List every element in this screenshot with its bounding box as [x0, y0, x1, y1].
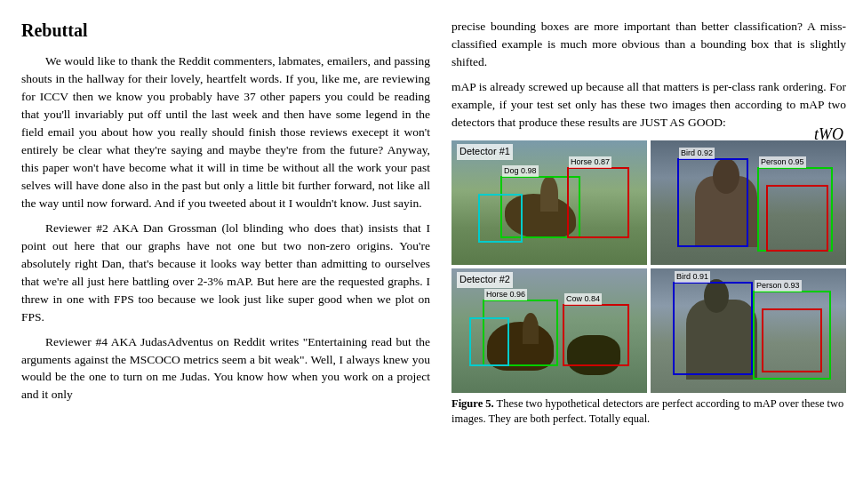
- left-paragraph-1: We would like to thank the Reddit commen…: [21, 52, 430, 212]
- detector2-label: Detector #2: [457, 272, 513, 288]
- right-column: tWO precise bounding boxes are more impo…: [451, 18, 846, 490]
- section-title: Rebuttal: [21, 18, 430, 44]
- right-paragraph-1: precise bounding boxes are more importan…: [451, 18, 846, 71]
- figure-number: Figure 5.: [451, 397, 494, 410]
- detector1-left-image: Detector #1 Dog 0.98 Horse 0.87: [451, 140, 647, 265]
- detector2-row: Detector #2 Horse 0.96 Cow 0.84: [451, 268, 846, 393]
- left-paragraph-2: Reviewer #2 AKA Dan Grossman (lol blindi…: [21, 220, 430, 326]
- detector1-right-image: Bird 0.92 Person 0.95: [651, 140, 846, 265]
- figure-caption: Figure 5. These two hypothetical detecto…: [451, 396, 846, 428]
- right-paragraph-2: mAP is already screwed up because all th…: [451, 78, 846, 132]
- left-paragraph-3: Reviewer #4 AKA JudasAdventus on Reddit …: [21, 333, 430, 404]
- figure-caption-text: These two hypothetical detectors are per…: [451, 397, 843, 426]
- detector-images: Detector #1 Dog 0.98 Horse 0.87: [451, 140, 846, 428]
- detector2-left-image: Detector #2 Horse 0.96 Cow 0.84: [451, 268, 647, 393]
- detector2-right-image: Bird 0.91 Person 0.93: [651, 268, 846, 393]
- detector1-row: Detector #1 Dog 0.98 Horse 0.87: [451, 140, 846, 265]
- detector1-label: Detector #1: [457, 144, 513, 160]
- page: Rebuttal We would like to thank the Redd…: [0, 0, 863, 504]
- left-column: Rebuttal We would like to thank the Redd…: [21, 18, 430, 490]
